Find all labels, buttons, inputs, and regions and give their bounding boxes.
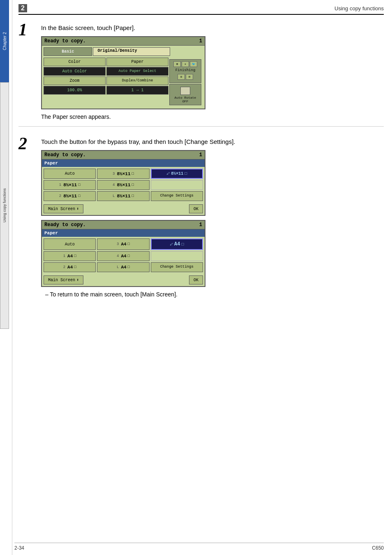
tray-L-a[interactable]: L 8½×11 □ xyxy=(97,191,149,201)
icon-copy2: ⊟ xyxy=(186,74,193,80)
tray-3-b[interactable]: 3 A4 □ xyxy=(97,238,149,250)
step-2: 2 Touch the button for the bypass tray, … xyxy=(18,135,384,304)
section-tab: Using copy functions xyxy=(0,82,9,329)
screen-main-grid: Color Paper Auto Color Auto Paper Select… xyxy=(42,56,205,109)
empty-a1 xyxy=(151,180,203,190)
page-header: 2 Using copy functions xyxy=(18,4,384,15)
auto-btn-a[interactable]: Auto xyxy=(44,169,96,179)
btn-original-density[interactable]: Original/Density xyxy=(93,47,170,56)
screen-num-1: 1 xyxy=(199,38,202,44)
paper-section-b: Paper xyxy=(42,229,205,237)
color-paper-row: Color Paper xyxy=(44,58,168,66)
left-cols: Color Paper Auto Color Auto Paper Select… xyxy=(44,58,168,107)
step-2-note: – To return to the main screen, touch [M… xyxy=(45,291,384,298)
finishing-label: Finishing xyxy=(171,68,199,72)
tray-2-a[interactable]: 2 8½×11 □ xyxy=(44,191,96,201)
paper-btn[interactable]: Paper xyxy=(106,58,168,66)
tray-1-a[interactable]: 1 8½×11 □ xyxy=(44,180,96,190)
finishing-panel: ⊞ ✈ 🐦 Finishing ⊡ ⊟ xyxy=(169,59,201,83)
screen-status-1: Ready to copy. xyxy=(44,38,86,44)
step-1-instruction: In the Basic screen, touch [Paper]. xyxy=(41,24,384,31)
paper-screen-b: Ready to copy. 1 Paper Auto 3 A4 □ 🖊 xyxy=(41,220,205,287)
tray-L-b[interactable]: L A4 □ xyxy=(97,262,149,272)
page-footer: 2-34 C650 xyxy=(14,543,384,551)
btn-basic[interactable]: Basic xyxy=(44,47,92,56)
color-value: Auto Color xyxy=(44,67,106,76)
step-1-note: The Paper screen appears. xyxy=(41,113,384,120)
change-settings-b[interactable]: Change Settings xyxy=(151,262,203,272)
zoom-val-duplex-val-row: 100.0% 1 → 1 xyxy=(44,86,168,95)
chapter-label: Chapter 2 xyxy=(2,32,7,50)
paper-grid-a: Auto 3 8½×11 □ 🖊 8½×11 □ 1 xyxy=(42,167,205,203)
tray-4-b[interactable]: 4 A4 □ xyxy=(97,251,149,261)
right-panel: ⊞ ✈ 🐦 Finishing ⊡ ⊟ A xyxy=(169,58,203,107)
step-2-number: 2 xyxy=(18,135,35,298)
paper-section-a: Paper xyxy=(42,160,205,167)
zoom-label: Zoom xyxy=(44,76,106,85)
duplex-value: 1 → 1 xyxy=(106,86,168,95)
duplex-label: Duplex/Combine xyxy=(106,76,168,85)
tray-1-b[interactable]: 1 A4 □ xyxy=(44,251,96,261)
paper-header-a: Ready to copy. 1 xyxy=(42,151,205,160)
paper-status-a: Ready to copy. xyxy=(44,152,86,158)
step-2-content: Touch the button for the bypass tray, an… xyxy=(41,135,384,298)
rotate-icon xyxy=(180,87,190,95)
rotate-area: Auto Rotate OFF xyxy=(169,84,201,105)
paper-header-b: Ready to copy. 1 xyxy=(42,221,205,229)
change-settings-a[interactable]: Change Settings xyxy=(151,191,203,201)
step-1: 1 In the Basic screen, touch [Paper]. Re… xyxy=(18,21,384,127)
paper-bottom-a: Main Screen ⬆ OK xyxy=(42,203,205,215)
empty-b1 xyxy=(151,251,203,261)
paper-value: Auto Paper Select xyxy=(106,67,168,76)
paper-status-b: Ready to copy. xyxy=(44,222,86,228)
finishing-icons-row: ⊞ ✈ 🐦 xyxy=(171,61,199,67)
step-1-number: 1 xyxy=(18,21,35,120)
zoom-duplex-row: Zoom Duplex/Combine xyxy=(44,76,168,85)
tray-3-a[interactable]: 3 8½×11 □ xyxy=(97,169,149,179)
rotate-label: Auto Rotate OFF xyxy=(171,96,199,103)
icon-sort: ⊞ xyxy=(173,61,181,67)
finishing-icons-row2: ⊡ ⊟ xyxy=(171,74,199,80)
paper-num-a: 1 xyxy=(199,152,202,158)
step-2-instruction: Touch the button for the bypass tray, an… xyxy=(41,138,384,145)
color-label: Color xyxy=(44,58,106,66)
main-content: 2 Using copy functions 1 In the Basic sc… xyxy=(14,0,392,320)
icon-copy1: ⊡ xyxy=(178,74,185,80)
main-screen-btn-a[interactable]: Main Screen ⬆ xyxy=(44,204,83,213)
main-screen-btn-b[interactable]: Main Screen ⬆ xyxy=(44,275,83,284)
ok-btn-b[interactable]: OK xyxy=(189,275,203,284)
tray-4-a[interactable]: 4 8½×11 □ xyxy=(97,180,149,190)
icon-staple: ✈ xyxy=(182,61,189,67)
section-label: Using copy functions xyxy=(2,188,7,222)
tray-bypass-a[interactable]: 🖊 8½×11 □ xyxy=(151,169,203,179)
paper-num-b: 1 xyxy=(199,222,202,228)
page-title: Using copy functions xyxy=(334,5,384,12)
page-number: 2-34 xyxy=(14,545,24,551)
step-1-content: In the Basic screen, touch [Paper]. Read… xyxy=(41,21,384,120)
zoom-value: 100.0% xyxy=(44,86,106,95)
auto-btn-b[interactable]: Auto xyxy=(44,238,96,250)
chapter-number: 2 xyxy=(18,4,27,12)
product-name: C650 xyxy=(372,545,384,551)
tray-bypass-b[interactable]: 🖊 A4 □ xyxy=(151,238,203,250)
basic-screen: Ready to copy. 1 Basic Original/Density … xyxy=(41,36,205,109)
icon-punch: 🐦 xyxy=(190,61,197,67)
screen-header-1: Ready to copy. 1 xyxy=(42,37,205,46)
color-val-paper-val-row: Auto Color Auto Paper Select xyxy=(44,67,168,76)
paper-bottom-b: Main Screen ⬆ OK xyxy=(42,274,205,286)
paper-screen-a: Ready to copy. 1 Paper Auto 3 8½×11 □ xyxy=(41,150,205,216)
sidebar: Chapter 2 Using copy functions xyxy=(0,0,12,555)
tray-2-b[interactable]: 2 A4 □ xyxy=(44,262,96,272)
paper-grid-b: Auto 3 A4 □ 🖊 A4 □ 1 A4 xyxy=(42,237,205,274)
chapter-tab: Chapter 2 xyxy=(0,0,9,82)
ok-btn-a[interactable]: OK xyxy=(189,204,203,213)
